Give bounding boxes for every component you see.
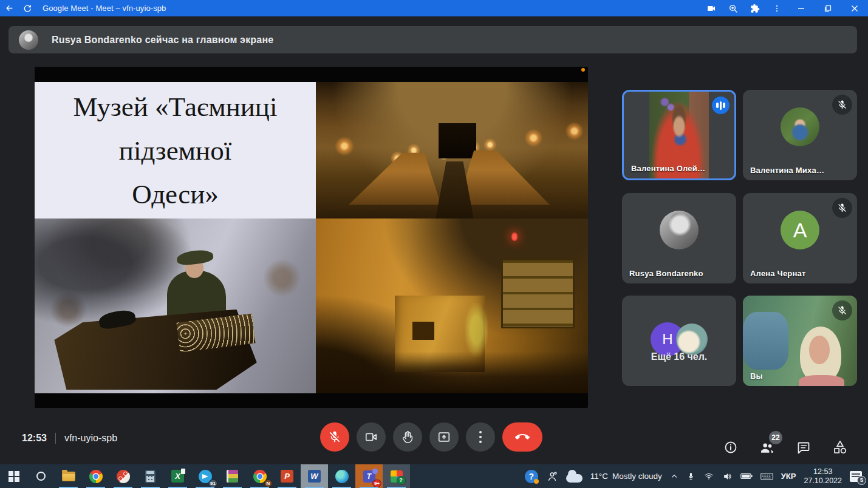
mic-off-icon bbox=[832, 95, 852, 115]
weather-widget[interactable] bbox=[566, 470, 583, 483]
telegram-taskbar-icon[interactable]: 91 bbox=[191, 464, 219, 488]
divider bbox=[55, 433, 56, 444]
meeting-details-button[interactable] bbox=[723, 439, 739, 455]
participant-tile-you[interactable]: Вы bbox=[743, 296, 857, 386]
raise-hand-button[interactable] bbox=[393, 422, 422, 452]
start-button[interactable] bbox=[0, 464, 27, 488]
language-indicator[interactable]: УКР bbox=[781, 472, 796, 481]
volume-tray-icon[interactable] bbox=[722, 472, 733, 481]
winrar-icon bbox=[227, 470, 238, 483]
participant-tile-valentina-oley[interactable]: Валентина Олей… bbox=[622, 90, 736, 180]
window-title: Google Meet - Meet – vfn-uyio-spb bbox=[43, 4, 166, 13]
microphone-tray-icon[interactable] bbox=[686, 471, 695, 481]
participant-name: Валентина Миха… bbox=[750, 166, 824, 175]
people-tray-icon[interactable] bbox=[546, 470, 558, 483]
participant-tile-rusya[interactable]: Rusya Bondarenko bbox=[622, 193, 736, 283]
scissors-icon bbox=[117, 470, 130, 483]
chrome-icon bbox=[89, 470, 103, 483]
extensions-icon[interactable] bbox=[744, 0, 766, 16]
participant-avatar bbox=[660, 211, 699, 249]
participant-tile-valentina-mikha[interactable]: Валентина Миха… bbox=[743, 90, 857, 180]
dining-aisle bbox=[436, 161, 474, 219]
battery-tray-icon[interactable] bbox=[740, 472, 753, 480]
browser-titlebar: Google Meet - Meet – vfn-uyio-spb bbox=[0, 0, 868, 16]
participant-name: Алена Чернат bbox=[750, 269, 806, 278]
taskbar-apps: X 91 N P W T 9+ bbox=[0, 464, 410, 488]
tray-time: 12:53 bbox=[804, 467, 842, 476]
windows-taskbar: X 91 N P W T 9+ bbox=[0, 464, 868, 488]
get-help-tray-icon[interactable]: ? bbox=[525, 470, 538, 483]
maximize-button[interactable] bbox=[815, 0, 841, 16]
mic-off-icon bbox=[832, 300, 852, 320]
participant-tile-overflow[interactable]: H Ещё 16 чел. bbox=[622, 296, 736, 386]
self-video-face bbox=[809, 336, 830, 365]
weather-text[interactable]: 11°C Mostly cloudy bbox=[590, 472, 662, 481]
edge-taskbar-icon[interactable] bbox=[328, 464, 355, 488]
zoom-page-icon[interactable] bbox=[722, 0, 744, 16]
activities-button[interactable] bbox=[832, 439, 848, 455]
snipping-tool-taskbar-icon[interactable] bbox=[109, 464, 137, 488]
wifi-tray-icon[interactable] bbox=[703, 472, 714, 481]
camera-toggle-button[interactable] bbox=[357, 422, 386, 452]
chat-button[interactable] bbox=[796, 439, 812, 455]
dining-table-left bbox=[349, 153, 441, 205]
presentation-tile[interactable]: Музей «Таємниці підземної Одеси» bbox=[35, 67, 588, 408]
meeting-info: 12:53 vfn-uyio-spb bbox=[22, 431, 117, 446]
participants-button[interactable]: 22 bbox=[759, 439, 775, 455]
teams-taskbar-icon[interactable]: T 9+ bbox=[355, 464, 383, 488]
help-icon: ? bbox=[525, 470, 538, 483]
overflow-photo-avatar bbox=[676, 324, 708, 355]
powerpoint-taskbar-icon[interactable]: P bbox=[273, 464, 301, 488]
search-button[interactable] bbox=[27, 464, 55, 488]
self-video-shirt bbox=[799, 375, 844, 386]
mic-toggle-button[interactable] bbox=[320, 422, 349, 452]
present-button[interactable] bbox=[429, 422, 459, 452]
close-button[interactable] bbox=[841, 0, 868, 16]
back-icon[interactable] bbox=[0, 0, 18, 16]
slide-title-line1: Музей «Таємниці bbox=[73, 85, 278, 129]
action-center-button[interactable]: 5 bbox=[850, 471, 862, 482]
word-icon: W bbox=[308, 470, 321, 483]
touch-keyboard-tray-icon[interactable] bbox=[760, 472, 773, 481]
chrome-profile-taskbar-icon[interactable]: N bbox=[246, 464, 273, 488]
excel-page-corner bbox=[181, 469, 185, 474]
slide-photo-officer-desk bbox=[35, 219, 316, 393]
word-taskbar-icon[interactable]: W bbox=[301, 464, 328, 488]
tray-overflow-chevron[interactable] bbox=[670, 472, 678, 481]
participant-tile-alena[interactable]: A Алена Чернат bbox=[743, 193, 857, 283]
kitchen-shelf bbox=[501, 259, 575, 328]
weather-temp: 11°C bbox=[590, 472, 608, 481]
file-explorer-taskbar-icon[interactable] bbox=[55, 464, 82, 488]
end-call-button[interactable] bbox=[502, 422, 542, 452]
tray-clock[interactable]: 12:53 27.10.2022 bbox=[804, 467, 842, 486]
meet-window: Google Meet - Meet – vfn-uyio-spb bbox=[0, 0, 868, 488]
more-options-button[interactable] bbox=[466, 422, 495, 452]
meeting-panels: 22 bbox=[723, 439, 848, 455]
notification-badge: 5 bbox=[857, 476, 866, 485]
dining-doorway bbox=[439, 123, 477, 159]
refresh-icon[interactable] bbox=[18, 0, 36, 16]
slide: Музей «Таємниці підземної Одеси» bbox=[35, 82, 588, 393]
chrome-taskbar-icon[interactable] bbox=[82, 464, 109, 488]
weather-desc: Mostly cloudy bbox=[612, 472, 662, 481]
excel-icon: X bbox=[171, 470, 184, 483]
participant-avatar bbox=[781, 107, 819, 146]
excel-taskbar-icon[interactable]: X bbox=[164, 464, 191, 488]
winrar-taskbar-icon[interactable] bbox=[219, 464, 246, 488]
meet-taskbar-icon[interactable]: ? bbox=[383, 464, 410, 488]
tab-camera-icon[interactable] bbox=[700, 0, 722, 16]
browser-menu-icon[interactable] bbox=[766, 0, 788, 16]
minimize-button[interactable] bbox=[788, 0, 815, 16]
participants-count-badge: 22 bbox=[769, 431, 782, 444]
slide-photo-dining-hall bbox=[316, 82, 588, 219]
participant-name: Вы bbox=[750, 371, 763, 381]
mic-off-icon bbox=[832, 198, 852, 218]
kebab-icon bbox=[479, 431, 482, 443]
participant-initial-avatar: A bbox=[781, 211, 819, 249]
banner-avatar bbox=[19, 30, 38, 50]
slide-photo-kitchen bbox=[316, 219, 588, 393]
calculator-taskbar-icon[interactable] bbox=[137, 464, 164, 488]
teams-badge: 9+ bbox=[372, 480, 381, 487]
participant-name: Валентина Олей… bbox=[631, 164, 705, 173]
speaking-indicator-icon bbox=[712, 97, 730, 114]
